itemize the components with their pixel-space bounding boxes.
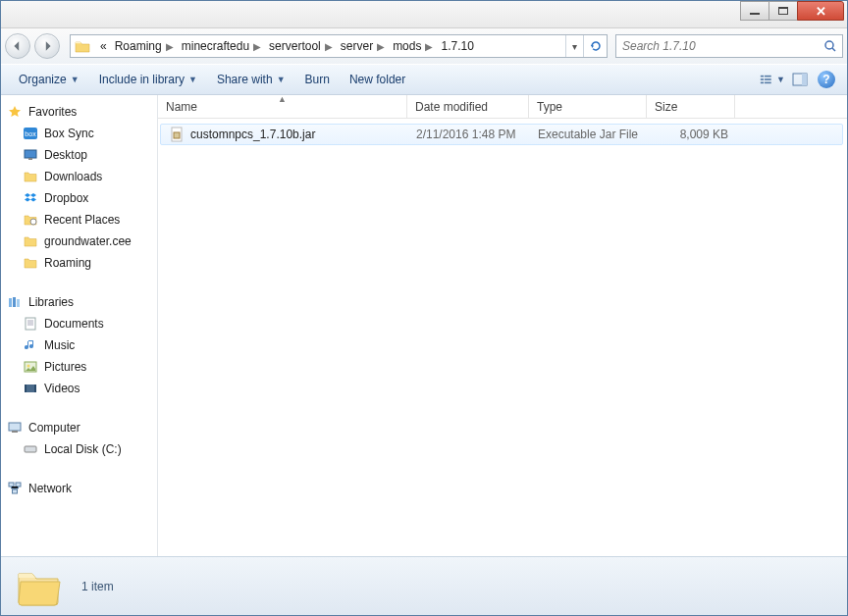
desktop-icon (23, 147, 38, 163)
sidebar-item-desktop[interactable]: Desktop (1, 144, 157, 166)
sidebar-item-groundwater[interactable]: groundwater.cee (1, 231, 157, 252)
sidebar-item-pictures[interactable]: Pictures (1, 356, 157, 378)
svg-rect-8 (802, 74, 807, 85)
chevron-right-icon: ▶ (166, 41, 174, 52)
back-button[interactable] (5, 33, 30, 59)
help-button[interactable]: ? (818, 71, 835, 88)
window-controls: ✕ (740, 1, 844, 21)
include-library-menu[interactable]: Include in library▼ (89, 69, 207, 90)
svg-rect-12 (28, 158, 32, 160)
svg-point-13 (30, 219, 36, 225)
column-name[interactable]: ▲Name (158, 95, 407, 118)
chevron-right-icon: ▶ (425, 41, 433, 52)
sidebar-computer[interactable]: Computer (1, 417, 157, 438)
file-type: Executable Jar File (530, 128, 648, 141)
status-text: 1 item (81, 580, 114, 593)
sidebar-item-roaming[interactable]: Roaming (1, 252, 157, 274)
svg-rect-16 (17, 299, 20, 307)
sidebar-network[interactable]: Network (1, 478, 157, 499)
breadcrumb-prefix[interactable]: « (94, 35, 109, 57)
svg-rect-14 (9, 298, 12, 307)
sidebar-item-videos[interactable]: Videos (1, 378, 157, 399)
chevron-right-icon: ▶ (377, 41, 385, 52)
navigation-pane[interactable]: Favorites boxBox Sync Desktop Downloads … (1, 95, 158, 556)
svg-rect-30 (174, 132, 180, 138)
svg-rect-23 (9, 423, 21, 431)
documents-icon (23, 316, 38, 332)
breadcrumb-roaming[interactable]: Roaming▶ (109, 35, 176, 57)
file-size: 8,009 KB (648, 128, 736, 141)
sidebar-item-localdisk[interactable]: Local Disk (C:) (1, 438, 157, 460)
drive-icon (23, 441, 38, 457)
sidebar-item-music[interactable]: Music (1, 334, 157, 356)
column-date[interactable]: Date modified (407, 95, 529, 118)
sidebar-label: Computer (28, 421, 80, 435)
recent-icon (23, 212, 38, 228)
sidebar-item-documents[interactable]: Documents (1, 313, 157, 334)
toolbar: Organize▼ Include in library▼ Share with… (1, 64, 847, 95)
libraries-icon (7, 294, 23, 310)
star-icon (7, 104, 23, 120)
organize-menu[interactable]: Organize▼ (9, 69, 89, 90)
sidebar-label: Favorites (28, 105, 77, 119)
sidebar-item-dropbox[interactable]: Dropbox (1, 187, 157, 209)
view-options-button[interactable]: ▼ (759, 69, 786, 90)
column-size[interactable]: Size (647, 95, 735, 118)
sidebar-libraries[interactable]: Libraries (1, 291, 157, 313)
folder-icon (23, 169, 38, 184)
folder-icon (75, 38, 90, 54)
search-input[interactable] (616, 39, 819, 53)
search-box[interactable] (615, 34, 843, 58)
file-list[interactable]: customnpcs_1.7.10b.jar 2/11/2016 1:48 PM… (158, 119, 847, 556)
file-row[interactable]: customnpcs_1.7.10b.jar 2/11/2016 1:48 PM… (160, 124, 843, 145)
svg-point-0 (825, 41, 833, 49)
svg-rect-25 (25, 446, 36, 452)
titlebar: ✕ (1, 1, 847, 28)
share-with-menu[interactable]: Share with▼ (207, 69, 295, 90)
column-type[interactable]: Type (529, 95, 647, 118)
sidebar-favorites[interactable]: Favorites (1, 101, 157, 123)
column-headers: ▲Name Date modified Type Size (158, 95, 847, 119)
explorer-window: ✕ « Roaming▶ minecraftedu▶ servertool▶ s… (0, 0, 848, 616)
address-bar[interactable]: « Roaming▶ minecraftedu▶ servertool▶ ser… (70, 34, 608, 58)
details-pane: 1 item (1, 556, 847, 615)
dropbox-icon (23, 190, 38, 206)
breadcrumb-servertool[interactable]: servertool▶ (263, 35, 335, 57)
sidebar-item-boxsync[interactable]: boxBox Sync (1, 123, 157, 144)
breadcrumb-1710[interactable]: 1.7.10 (435, 35, 475, 57)
chevron-down-icon: ▼ (776, 75, 785, 84)
minimize-button[interactable] (740, 1, 769, 21)
music-icon (23, 337, 38, 353)
breadcrumb-server[interactable]: server▶ (335, 35, 387, 57)
maximize-button[interactable] (768, 1, 798, 21)
search-icon[interactable] (819, 39, 842, 53)
address-dropdown[interactable]: ▾ (565, 35, 583, 57)
forward-button[interactable] (34, 33, 60, 59)
svg-rect-1 (761, 76, 764, 77)
svg-rect-4 (765, 78, 771, 80)
preview-pane-button[interactable] (786, 69, 814, 90)
navbar: « Roaming▶ minecraftedu▶ servertool▶ ser… (1, 28, 847, 64)
folder-icon (23, 255, 38, 271)
svg-rect-27 (16, 483, 21, 487)
burn-button[interactable]: Burn (295, 69, 340, 90)
svg-rect-11 (25, 150, 36, 158)
box-icon: box (23, 126, 38, 141)
refresh-button[interactable] (583, 35, 607, 57)
file-date: 2/11/2016 1:48 PM (408, 128, 530, 141)
svg-rect-24 (12, 431, 18, 433)
computer-icon (7, 420, 23, 436)
chevron-down-icon: ▼ (71, 75, 80, 84)
sidebar-item-recent[interactable]: Recent Places (1, 209, 157, 231)
svg-text:box: box (25, 130, 36, 137)
chevron-down-icon: ▼ (188, 75, 197, 84)
chevron-down-icon: ▼ (277, 75, 286, 84)
network-icon (7, 481, 23, 496)
file-name: customnpcs_1.7.10b.jar (190, 128, 315, 141)
breadcrumb-mods[interactable]: mods▶ (387, 35, 435, 57)
sidebar-item-downloads[interactable]: Downloads (1, 166, 157, 187)
svg-rect-26 (9, 483, 14, 487)
close-button[interactable]: ✕ (797, 1, 844, 21)
breadcrumb-minecraftedu[interactable]: minecraftedu▶ (176, 35, 263, 57)
new-folder-button[interactable]: New folder (340, 69, 415, 90)
